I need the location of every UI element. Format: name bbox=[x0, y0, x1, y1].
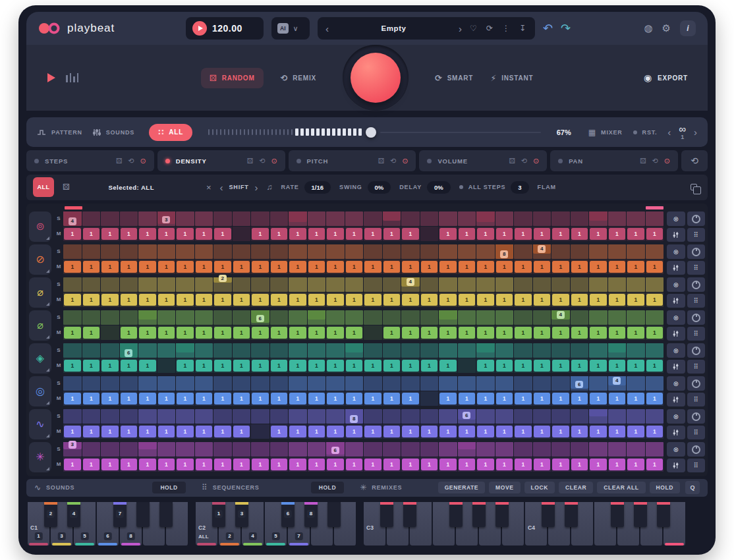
step-chip[interactable]: 1 bbox=[534, 426, 551, 437]
info-icon[interactable]: i bbox=[680, 20, 696, 36]
density-step[interactable] bbox=[383, 442, 401, 457]
density-step[interactable] bbox=[233, 277, 251, 292]
step-chip[interactable]: 1 bbox=[552, 261, 569, 273]
step-chip[interactable]: 1 bbox=[346, 294, 363, 306]
mute-step[interactable]: 1 bbox=[646, 293, 664, 307]
density-step[interactable] bbox=[176, 244, 194, 259]
step-chip[interactable]: 1 bbox=[609, 261, 626, 273]
density-step[interactable] bbox=[514, 244, 532, 259]
step-chip[interactable]: 1 bbox=[214, 228, 231, 240]
mute-step[interactable]: 1 bbox=[514, 391, 532, 406]
step-chip[interactable]: 1 bbox=[214, 360, 231, 372]
density-step[interactable] bbox=[101, 244, 119, 259]
mute-step[interactable]: 1 bbox=[195, 227, 213, 241]
density-step[interactable] bbox=[495, 343, 514, 358]
density-step[interactable] bbox=[195, 409, 213, 424]
mute-step[interactable] bbox=[420, 391, 439, 406]
step-chip[interactable]: 1 bbox=[64, 261, 81, 273]
mute-step[interactable]: 1 bbox=[82, 325, 101, 340]
density-step[interactable] bbox=[308, 442, 326, 457]
mute-step[interactable]: 1 bbox=[176, 325, 194, 340]
drag-handle[interactable]: ⠿ bbox=[687, 261, 706, 275]
density-step[interactable] bbox=[514, 277, 532, 292]
mute-step[interactable]: 1 bbox=[495, 457, 514, 472]
mute-step[interactable]: 1 bbox=[514, 457, 532, 472]
mute-step[interactable]: 1 bbox=[571, 260, 589, 274]
sequencers-hold-button[interactable]: HOLD bbox=[311, 482, 344, 493]
mute-step[interactable]: 1 bbox=[439, 260, 457, 274]
density-step[interactable] bbox=[63, 244, 82, 259]
density-step[interactable] bbox=[439, 244, 457, 259]
step-chip[interactable]: 1 bbox=[552, 327, 569, 339]
mute-step[interactable]: 1 bbox=[213, 227, 232, 241]
density-step[interactable] bbox=[571, 244, 589, 259]
mute-step[interactable]: 1 bbox=[589, 293, 607, 307]
step-chip[interactable]: 1 bbox=[308, 459, 325, 470]
density-step[interactable] bbox=[533, 409, 551, 424]
density-step[interactable] bbox=[476, 211, 495, 226]
density-step[interactable] bbox=[608, 310, 627, 325]
mute-step[interactable]: 1 bbox=[213, 325, 232, 340]
step-chip[interactable]: 1 bbox=[515, 327, 532, 339]
mute-step[interactable]: 1 bbox=[251, 358, 269, 373]
mute-step[interactable]: 1 bbox=[251, 293, 269, 307]
step-chip[interactable]: 1 bbox=[571, 228, 588, 240]
mute-step[interactable]: 1 bbox=[195, 293, 213, 307]
piano-key-black[interactable] bbox=[159, 502, 173, 527]
step-chip[interactable]: 1 bbox=[439, 327, 457, 339]
mute-step[interactable]: 1 bbox=[401, 325, 420, 340]
favorite-icon[interactable]: ♡ bbox=[468, 24, 478, 33]
preset-prev-button[interactable]: ‹ bbox=[325, 23, 329, 34]
step-chip[interactable]: 1 bbox=[534, 360, 551, 372]
step-chip[interactable]: 1 bbox=[64, 459, 81, 470]
knob-face[interactable] bbox=[351, 53, 401, 103]
mute-step[interactable]: 1 bbox=[589, 391, 607, 406]
drag-handle[interactable]: ⠿ bbox=[687, 426, 706, 439]
mute-step[interactable]: 1 bbox=[401, 358, 420, 373]
step-chip[interactable]: 1 bbox=[121, 261, 138, 273]
mute-step[interactable]: 1 bbox=[533, 457, 551, 472]
density-step[interactable] bbox=[551, 211, 570, 226]
mute-step[interactable]: 1 bbox=[364, 227, 382, 241]
choke-knob[interactable] bbox=[687, 376, 706, 391]
step-chip[interactable]: 1 bbox=[627, 261, 644, 273]
density-step[interactable] bbox=[571, 442, 589, 457]
step-chip[interactable]: 1 bbox=[383, 327, 401, 339]
mute-step[interactable]: 1 bbox=[401, 424, 420, 439]
step-chip[interactable]: 1 bbox=[327, 459, 344, 470]
mute-step[interactable]: 1 bbox=[401, 227, 420, 241]
step-chip[interactable]: 1 bbox=[571, 294, 588, 306]
mute-step[interactable]: 1 bbox=[551, 391, 570, 406]
mute-step[interactable]: 1 bbox=[383, 391, 401, 406]
density-step[interactable] bbox=[458, 277, 476, 292]
mute-step[interactable]: 1 bbox=[495, 325, 514, 340]
piano-key-black[interactable]: 7 bbox=[113, 502, 127, 527]
mute-step[interactable]: 1 bbox=[289, 227, 307, 241]
step-chip[interactable]: 1 bbox=[477, 261, 494, 273]
mute-step[interactable]: 1 bbox=[233, 260, 251, 274]
power-icon[interactable]: ⊙ bbox=[533, 157, 539, 165]
piano-key-black[interactable] bbox=[542, 502, 555, 527]
density-step[interactable] bbox=[138, 244, 157, 259]
step-chip[interactable]: 1 bbox=[177, 294, 194, 306]
density-step[interactable] bbox=[608, 277, 627, 292]
mute-step[interactable]: 1 bbox=[326, 293, 345, 307]
step-chip[interactable]: 1 bbox=[252, 393, 269, 405]
step-chip[interactable]: 1 bbox=[271, 459, 288, 470]
density-step[interactable] bbox=[439, 211, 457, 226]
step-chip[interactable]: 1 bbox=[327, 393, 344, 405]
step-chip[interactable]: 1 bbox=[459, 426, 476, 437]
density-step[interactable] bbox=[533, 310, 551, 325]
step-chip[interactable]: 1 bbox=[252, 459, 269, 470]
step-chip[interactable]: 1 bbox=[327, 294, 344, 306]
step-chip[interactable]: 1 bbox=[308, 261, 325, 273]
mute-step[interactable]: 1 bbox=[571, 424, 589, 439]
rate-value[interactable]: 1/16 bbox=[304, 181, 331, 194]
density-step[interactable] bbox=[401, 442, 420, 457]
density-step[interactable] bbox=[571, 343, 589, 358]
mute-step[interactable]: 1 bbox=[458, 457, 476, 472]
step-chip[interactable]: 1 bbox=[177, 360, 194, 372]
density-step[interactable] bbox=[251, 211, 269, 226]
mute-step[interactable]: 1 bbox=[326, 227, 345, 241]
density-step[interactable] bbox=[251, 343, 269, 358]
